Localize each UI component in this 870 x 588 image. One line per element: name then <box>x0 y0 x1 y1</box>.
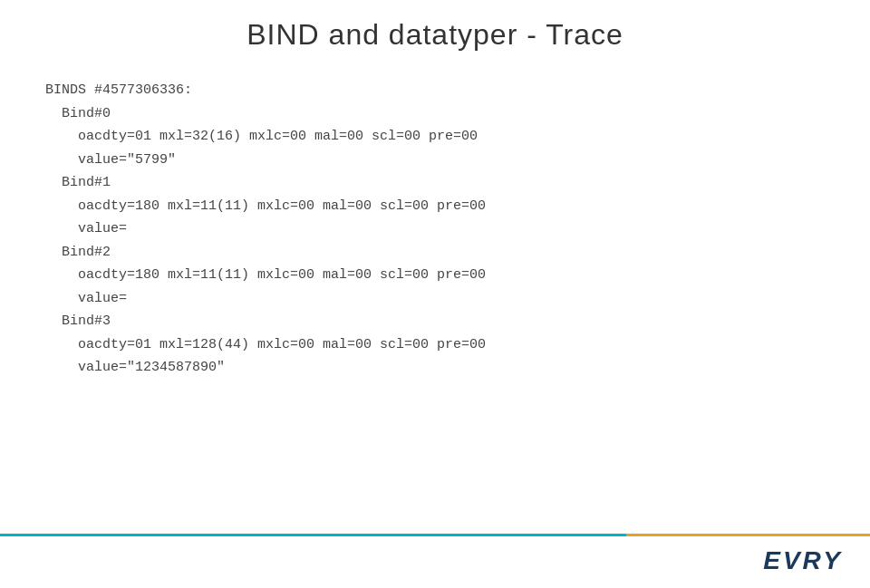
footer-line-orange <box>626 534 870 536</box>
evry-logo: EVRY <box>763 546 843 575</box>
main-content: BIND and datatyper - Trace BINDS #457730… <box>0 0 870 534</box>
footer: EVRY <box>0 534 870 588</box>
code-block: BINDS #4577306336: Bind#0 oacdty=01 mxl=… <box>45 79 825 380</box>
logo-area: EVRY <box>763 546 870 575</box>
footer-line-teal <box>0 534 626 536</box>
page-title: BIND and datatyper - Trace <box>45 18 825 52</box>
